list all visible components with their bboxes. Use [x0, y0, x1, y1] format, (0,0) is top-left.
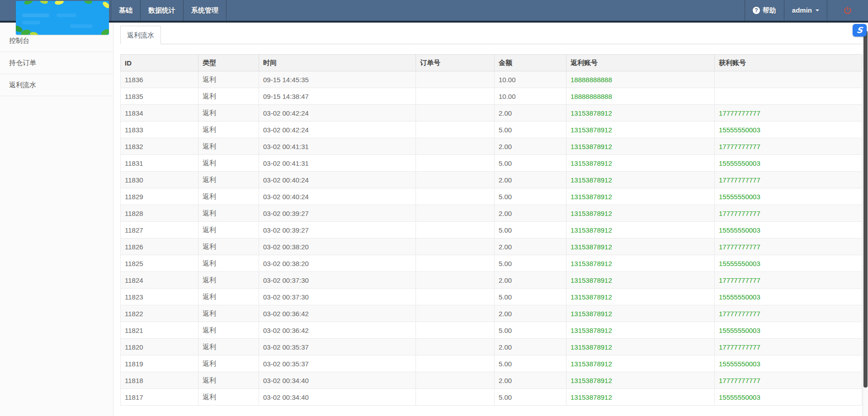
profit-account-link[interactable]: 15555550003: [719, 393, 760, 401]
table-row: 11822 返利 03-02 00:36:42 2.00 13153878912…: [121, 305, 862, 322]
rebate-account-link[interactable]: 13153878912: [571, 360, 612, 368]
tab-bar: 返利流水: [120, 26, 862, 44]
scrollbar-thumb[interactable]: [863, 31, 868, 388]
menu-item-system-mgmt[interactable]: 系统管理: [184, 0, 226, 21]
tab-rebate-flow[interactable]: 返利流水: [120, 26, 161, 44]
profit-account-link[interactable]: 17777777777: [719, 243, 760, 251]
rebate-account-link[interactable]: 18888888888: [571, 93, 612, 100]
cell-rebate-account: 18888888888: [566, 88, 715, 105]
rebate-account-link[interactable]: 13153878912: [571, 109, 612, 117]
cell-profit-account: 17777777777: [715, 172, 862, 188]
rebate-account-link[interactable]: 13153878912: [571, 310, 612, 318]
rebate-account-link[interactable]: 13153878912: [571, 343, 612, 351]
rebate-account-link[interactable]: 13153878912: [571, 210, 612, 217]
profit-account-link[interactable]: 17777777777: [719, 343, 760, 351]
profit-account-link[interactable]: 17777777777: [719, 176, 760, 184]
cell-id: 11832: [121, 138, 198, 155]
cell-id: 11829: [121, 188, 198, 205]
table-row: 11831 返利 03-02 00:41:31 5.00 13153878912…: [121, 155, 862, 172]
cell-rebate-account: 13153878912: [566, 155, 715, 172]
cell-order-no: [416, 322, 495, 339]
rebate-account-link[interactable]: 13153878912: [571, 193, 612, 201]
help-label: 帮助: [763, 0, 776, 21]
profit-account-link[interactable]: 15555550003: [719, 226, 760, 234]
cell-rebate-account: 13153878912: [566, 205, 715, 222]
rebate-account-link[interactable]: 13153878912: [571, 126, 612, 134]
rebate-account-link[interactable]: 13153878912: [571, 393, 612, 401]
rebate-account-link[interactable]: 13153878912: [571, 159, 612, 167]
power-icon: [843, 6, 852, 15]
table-row: 11820 返利 03-02 00:35:37 2.00 13153878912…: [121, 339, 862, 355]
cell-profit-account: 17777777777: [715, 238, 862, 255]
rebate-account-link[interactable]: 13153878912: [571, 243, 612, 251]
sidebar-item-position-orders[interactable]: 持仓订单: [0, 52, 113, 74]
rebate-account-link[interactable]: 13153878912: [571, 276, 612, 284]
rebate-account-link[interactable]: 13153878912: [571, 260, 612, 267]
profit-account-link[interactable]: 15555550003: [719, 159, 760, 167]
sidebar-item-rebate-flow[interactable]: 返利流水: [0, 74, 113, 96]
table-row: 11830 返利 03-02 00:40:24 2.00 13153878912…: [121, 172, 862, 188]
profit-account-link[interactable]: 17777777777: [719, 109, 760, 117]
cell-amount: 5.00: [495, 322, 566, 339]
table-row: 11821 返利 03-02 00:36:42 5.00 13153878912…: [121, 322, 862, 339]
rebate-table-body: 11836 返利 09-15 14:45:35 10.00 1888888888…: [121, 71, 862, 406]
cell-id: 11830: [121, 172, 198, 188]
cell-id: 11819: [121, 355, 198, 372]
cell-time: 03-02 00:36:42: [259, 322, 416, 339]
rebate-account-link[interactable]: 18888888888: [571, 76, 612, 84]
cell-id: 11827: [121, 222, 198, 238]
profit-account-link[interactable]: 17777777777: [719, 210, 760, 217]
cell-rebate-account: 13153878912: [566, 272, 715, 289]
logout-button[interactable]: [827, 0, 868, 21]
cell-order-no: [416, 138, 495, 155]
cell-rebate-account: 13153878912: [566, 105, 715, 122]
cell-order-no: [416, 122, 495, 138]
profit-account-link[interactable]: 15555550003: [719, 327, 760, 334]
help-button[interactable]: ? 帮助: [745, 0, 784, 21]
cell-rebate-account: 13153878912: [566, 172, 715, 188]
rebate-account-link[interactable]: 13153878912: [571, 327, 612, 334]
cell-type: 返利: [198, 305, 259, 322]
rebate-account-link[interactable]: 13153878912: [571, 176, 612, 184]
cell-time: 03-02 00:41:31: [259, 138, 416, 155]
cell-amount: 10.00: [495, 88, 566, 105]
menu-item-data-stats[interactable]: 数据统计: [141, 0, 184, 21]
cell-id: 11822: [121, 305, 198, 322]
cell-amount: 5.00: [495, 355, 566, 372]
scrollbar-track[interactable]: [863, 23, 868, 416]
rebate-account-link[interactable]: 13153878912: [571, 226, 612, 234]
cell-type: 返利: [198, 105, 259, 122]
rebate-account-link[interactable]: 13153878912: [571, 377, 612, 384]
profit-account-link[interactable]: 15555550003: [719, 126, 760, 134]
cell-profit-account: 17777777777: [715, 138, 862, 155]
profit-account-link[interactable]: 15555550003: [719, 260, 760, 267]
rebate-account-link[interactable]: 13153878912: [571, 143, 612, 150]
user-menu-button[interactable]: admin: [784, 0, 827, 21]
cell-time: 03-02 00:40:24: [259, 188, 416, 205]
cell-amount: 5.00: [495, 289, 566, 305]
cell-id: 11836: [121, 71, 198, 88]
table-row: 11836 返利 09-15 14:45:35 10.00 1888888888…: [121, 71, 862, 88]
rebate-account-link[interactable]: 13153878912: [571, 293, 612, 301]
cell-type: 返利: [198, 71, 259, 88]
profit-account-link[interactable]: 15555550003: [719, 360, 760, 368]
cell-order-no: [416, 222, 495, 238]
cell-order-no: [416, 339, 495, 355]
profit-account-link[interactable]: 15555550003: [719, 193, 760, 201]
cell-time: 03-02 00:39:27: [259, 205, 416, 222]
profit-account-link[interactable]: 17777777777: [719, 310, 760, 318]
rebate-flow-table: ID 类型 时间 订单号 金额 返利账号 获利账号 11836 返利 09-15…: [120, 54, 862, 406]
cell-amount: 5.00: [495, 122, 566, 138]
browser-extension-badge[interactable]: S: [853, 24, 867, 37]
profit-account-link[interactable]: 17777777777: [719, 143, 760, 150]
cell-time: 03-02 00:35:37: [259, 339, 416, 355]
cell-id: 11833: [121, 122, 198, 138]
cell-profit-account: 17777777777: [715, 205, 862, 222]
profit-account-link[interactable]: 17777777777: [719, 276, 760, 284]
profit-account-link[interactable]: 15555550003: [719, 293, 760, 301]
profit-account-link[interactable]: 17777777777: [719, 377, 760, 384]
cell-time: 03-02 00:35:37: [259, 355, 416, 372]
cell-type: 返利: [198, 88, 259, 105]
menu-item-basic[interactable]: 基础: [111, 0, 141, 21]
cell-rebate-account: 13153878912: [566, 322, 715, 339]
